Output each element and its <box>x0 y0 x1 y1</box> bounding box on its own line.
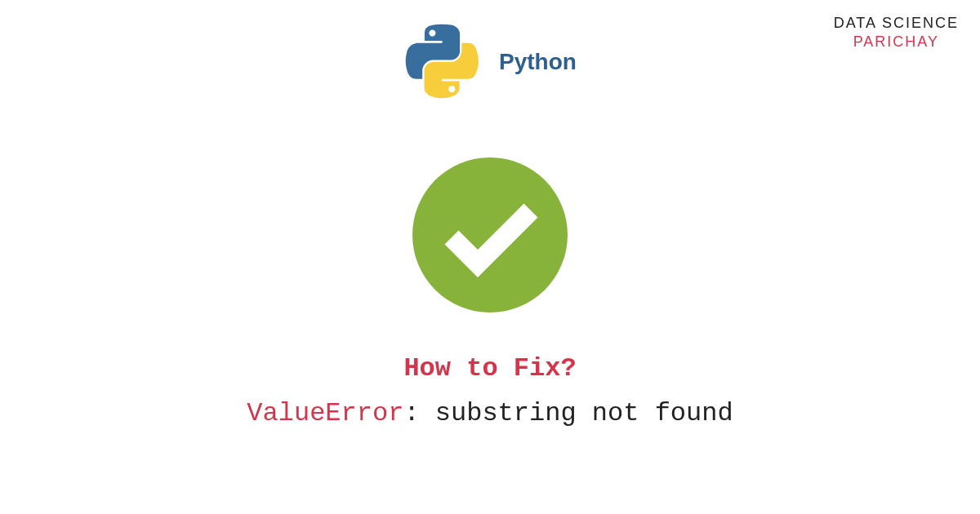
checkmark-icon <box>412 157 568 312</box>
watermark: DATA SCIENCE PARICHAY <box>834 15 959 51</box>
header-label: Python <box>499 49 577 75</box>
watermark-line1: DATA SCIENCE <box>834 15 959 32</box>
error-message: : substring not found <box>403 398 733 428</box>
footer: How to Fix? ValueError: substring not fo… <box>0 353 980 428</box>
watermark-line2: PARICHAY <box>834 33 959 51</box>
error-line: ValueError: substring not found <box>0 398 980 428</box>
svg-point-0 <box>412 157 568 312</box>
error-type: ValueError <box>247 398 403 428</box>
python-logo-icon <box>403 23 481 100</box>
checkmark-container <box>0 157 980 312</box>
question-text: How to Fix? <box>0 353 980 383</box>
